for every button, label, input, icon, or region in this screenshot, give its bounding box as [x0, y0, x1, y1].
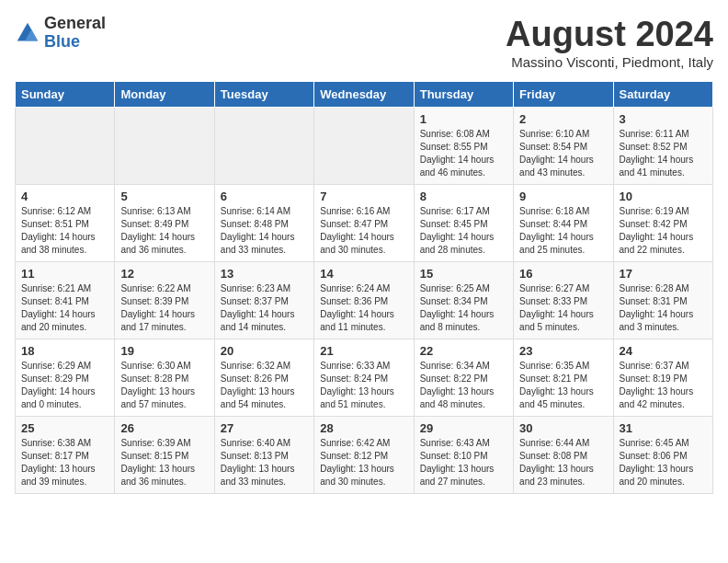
title-area: August 2024 Massino Visconti, Piedmont, … [506, 15, 713, 70]
day-content: Sunrise: 6:39 AM Sunset: 8:15 PM Dayligh… [120, 437, 208, 488]
calendar-cell: 24Sunrise: 6:37 AM Sunset: 8:19 PM Dayli… [613, 339, 712, 417]
logo-text: General Blue [44, 15, 106, 52]
day-number: 30 [519, 421, 607, 435]
day-content: Sunrise: 6:22 AM Sunset: 8:39 PM Dayligh… [120, 282, 208, 334]
column-header-monday: Monday [115, 82, 214, 108]
day-content: Sunrise: 6:13 AM Sunset: 8:49 PM Dayligh… [120, 205, 208, 257]
calendar-cell: 23Sunrise: 6:35 AM Sunset: 8:21 PM Dayli… [514, 339, 613, 417]
day-number: 1 [420, 112, 507, 126]
calendar-cell: 28Sunrise: 6:42 AM Sunset: 8:12 PM Dayli… [314, 417, 414, 494]
day-number: 5 [120, 190, 208, 203]
calendar-cell: 19Sunrise: 6:30 AM Sunset: 8:28 PM Dayli… [115, 339, 214, 417]
day-number: 15 [420, 267, 507, 281]
day-number: 3 [620, 112, 707, 126]
calendar-cell: 31Sunrise: 6:45 AM Sunset: 8:06 PM Dayli… [613, 417, 712, 494]
day-content: Sunrise: 6:29 AM Sunset: 8:29 PM Dayligh… [21, 360, 108, 411]
calendar-cell: 15Sunrise: 6:25 AM Sunset: 8:34 PM Dayli… [414, 262, 513, 339]
calendar-header: SundayMondayTuesdayWednesdayThursdayFrid… [16, 82, 713, 108]
week-row-2: 4Sunrise: 6:12 AM Sunset: 8:51 PM Daylig… [16, 185, 713, 262]
calendar-cell: 10Sunrise: 6:19 AM Sunset: 8:42 PM Dayli… [613, 185, 712, 262]
day-content: Sunrise: 6:27 AM Sunset: 8:33 PM Dayligh… [519, 282, 607, 334]
calendar-cell: 13Sunrise: 6:23 AM Sunset: 8:37 PM Dayli… [214, 262, 313, 339]
logo: General Blue [15, 15, 106, 52]
day-content: Sunrise: 6:43 AM Sunset: 8:10 PM Dayligh… [420, 437, 507, 488]
calendar-cell: 12Sunrise: 6:22 AM Sunset: 8:39 PM Dayli… [115, 262, 214, 339]
day-number: 23 [519, 344, 607, 358]
day-number: 16 [519, 267, 607, 281]
day-content: Sunrise: 6:28 AM Sunset: 8:31 PM Dayligh… [620, 282, 707, 334]
day-content: Sunrise: 6:23 AM Sunset: 8:37 PM Dayligh… [221, 282, 308, 334]
day-number: 12 [120, 267, 208, 281]
calendar-cell: 4Sunrise: 6:12 AM Sunset: 8:51 PM Daylig… [16, 185, 115, 262]
week-row-1: 1Sunrise: 6:08 AM Sunset: 8:55 PM Daylig… [16, 108, 713, 185]
week-row-4: 18Sunrise: 6:29 AM Sunset: 8:29 PM Dayli… [16, 339, 713, 417]
day-content: Sunrise: 6:11 AM Sunset: 8:52 PM Dayligh… [620, 128, 707, 179]
day-content: Sunrise: 6:45 AM Sunset: 8:06 PM Dayligh… [620, 437, 707, 488]
day-number: 18 [21, 344, 108, 358]
calendar-cell: 9Sunrise: 6:18 AM Sunset: 8:44 PM Daylig… [514, 185, 613, 262]
day-content: Sunrise: 6:33 AM Sunset: 8:24 PM Dayligh… [320, 360, 407, 411]
calendar-cell: 30Sunrise: 6:44 AM Sunset: 8:08 PM Dayli… [514, 417, 613, 494]
column-header-wednesday: Wednesday [314, 82, 414, 108]
day-content: Sunrise: 6:17 AM Sunset: 8:45 PM Dayligh… [420, 205, 507, 257]
calendar-cell: 25Sunrise: 6:38 AM Sunset: 8:17 PM Dayli… [16, 417, 115, 494]
column-header-sunday: Sunday [16, 82, 115, 108]
day-number: 20 [221, 344, 308, 358]
calendar-cell: 18Sunrise: 6:29 AM Sunset: 8:29 PM Dayli… [16, 339, 115, 417]
day-number: 29 [420, 421, 507, 435]
header-row: SundayMondayTuesdayWednesdayThursdayFrid… [16, 82, 713, 108]
day-content: Sunrise: 6:38 AM Sunset: 8:17 PM Dayligh… [21, 437, 108, 488]
day-number: 8 [420, 190, 507, 203]
day-content: Sunrise: 6:12 AM Sunset: 8:51 PM Dayligh… [21, 205, 108, 257]
day-content: Sunrise: 6:30 AM Sunset: 8:28 PM Dayligh… [120, 360, 208, 411]
week-row-5: 25Sunrise: 6:38 AM Sunset: 8:17 PM Dayli… [16, 417, 713, 494]
day-content: Sunrise: 6:37 AM Sunset: 8:19 PM Dayligh… [620, 360, 707, 411]
day-content: Sunrise: 6:19 AM Sunset: 8:42 PM Dayligh… [620, 205, 707, 257]
calendar-cell: 29Sunrise: 6:43 AM Sunset: 8:10 PM Dayli… [414, 417, 513, 494]
day-number: 14 [320, 267, 407, 281]
day-content: Sunrise: 6:16 AM Sunset: 8:47 PM Dayligh… [320, 205, 407, 257]
day-number: 10 [620, 190, 707, 203]
day-content: Sunrise: 6:08 AM Sunset: 8:55 PM Dayligh… [420, 128, 507, 179]
day-number: 21 [320, 344, 407, 358]
header: General Blue August 2024 Massino Viscont… [15, 15, 713, 70]
day-content: Sunrise: 6:40 AM Sunset: 8:13 PM Dayligh… [221, 437, 308, 488]
day-number: 27 [221, 421, 308, 435]
day-number: 25 [21, 421, 108, 435]
column-header-friday: Friday [514, 82, 613, 108]
column-header-tuesday: Tuesday [214, 82, 313, 108]
calendar-cell: 3Sunrise: 6:11 AM Sunset: 8:52 PM Daylig… [613, 108, 712, 185]
week-row-3: 11Sunrise: 6:21 AM Sunset: 8:41 PM Dayli… [16, 262, 713, 339]
calendar-table: SundayMondayTuesdayWednesdayThursdayFrid… [15, 81, 713, 494]
day-number: 11 [21, 267, 108, 281]
day-number: 6 [221, 190, 308, 203]
calendar-cell: 5Sunrise: 6:13 AM Sunset: 8:49 PM Daylig… [115, 185, 214, 262]
calendar-cell: 1Sunrise: 6:08 AM Sunset: 8:55 PM Daylig… [414, 108, 513, 185]
day-content: Sunrise: 6:34 AM Sunset: 8:22 PM Dayligh… [420, 360, 507, 411]
calendar-cell [314, 108, 414, 185]
day-content: Sunrise: 6:21 AM Sunset: 8:41 PM Dayligh… [21, 282, 108, 334]
calendar-cell: 11Sunrise: 6:21 AM Sunset: 8:41 PM Dayli… [16, 262, 115, 339]
calendar-cell: 26Sunrise: 6:39 AM Sunset: 8:15 PM Dayli… [115, 417, 214, 494]
logo-blue-text: Blue [44, 33, 106, 52]
day-number: 13 [221, 267, 308, 281]
calendar-cell: 21Sunrise: 6:33 AM Sunset: 8:24 PM Dayli… [314, 339, 414, 417]
calendar-cell [115, 108, 214, 185]
day-content: Sunrise: 6:14 AM Sunset: 8:48 PM Dayligh… [221, 205, 308, 257]
day-number: 17 [620, 267, 707, 281]
month-year-title: August 2024 [506, 15, 713, 54]
day-number: 22 [420, 344, 507, 358]
calendar-cell: 17Sunrise: 6:28 AM Sunset: 8:31 PM Dayli… [613, 262, 712, 339]
day-number: 31 [620, 421, 707, 435]
day-content: Sunrise: 6:18 AM Sunset: 8:44 PM Dayligh… [519, 205, 607, 257]
day-number: 2 [519, 112, 607, 126]
calendar-cell: 22Sunrise: 6:34 AM Sunset: 8:22 PM Dayli… [414, 339, 513, 417]
logo-general-text: General [44, 15, 106, 33]
calendar-cell [16, 108, 115, 185]
calendar-cell: 7Sunrise: 6:16 AM Sunset: 8:47 PM Daylig… [314, 185, 414, 262]
calendar-cell: 6Sunrise: 6:14 AM Sunset: 8:48 PM Daylig… [214, 185, 313, 262]
calendar-cell: 8Sunrise: 6:17 AM Sunset: 8:45 PM Daylig… [414, 185, 513, 262]
calendar-cell: 27Sunrise: 6:40 AM Sunset: 8:13 PM Dayli… [214, 417, 313, 494]
calendar-cell: 20Sunrise: 6:32 AM Sunset: 8:26 PM Dayli… [214, 339, 313, 417]
day-content: Sunrise: 6:10 AM Sunset: 8:54 PM Dayligh… [519, 128, 607, 179]
